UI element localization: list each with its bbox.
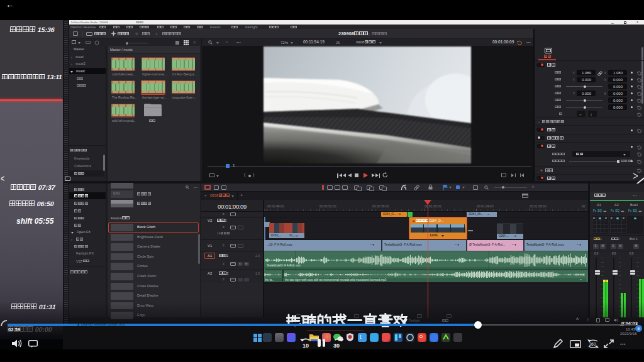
svg-text:360: 360 — [589, 342, 596, 346]
svg-text:10: 10 — [303, 343, 309, 349]
svg-text:30: 30 — [333, 343, 340, 349]
